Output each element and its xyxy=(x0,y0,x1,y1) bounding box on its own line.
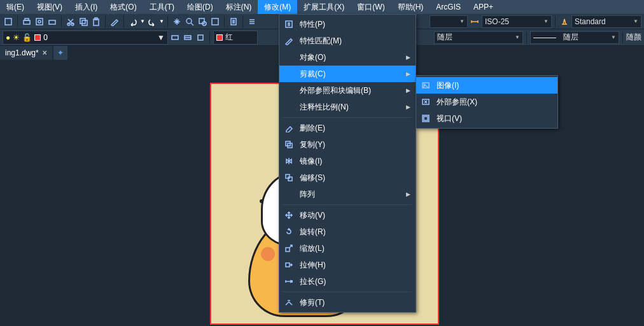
chevron-right-icon: ▶ xyxy=(406,87,410,94)
layer-state-combo[interactable]: ▼ xyxy=(430,15,468,28)
linetype-value: 随层 xyxy=(437,32,452,43)
menu-扩展工具X[interactable]: 扩展工具(X) xyxy=(297,0,351,14)
copy-icon xyxy=(283,139,295,150)
properties-icon xyxy=(283,18,295,30)
match-icon[interactable] xyxy=(109,16,120,27)
close-icon[interactable]: × xyxy=(43,48,47,57)
menuitem-label: 移动(V) xyxy=(300,210,400,221)
zoom-window-icon[interactable] xyxy=(197,16,208,27)
menu-帮助H[interactable]: 帮助(H) xyxy=(391,0,430,14)
menu-视图V[interactable]: 视图(V) xyxy=(31,0,69,14)
menu-插入I[interactable]: 插入(I) xyxy=(69,0,104,14)
paste-icon[interactable] xyxy=(90,16,102,27)
menuitem-特性匹配(M)[interactable]: 特性匹配(M) xyxy=(279,32,416,49)
pan-icon[interactable] xyxy=(171,16,183,27)
menuitem-剪裁(C)[interactable]: 剪裁(C)▶ xyxy=(279,66,416,82)
svg-rect-2 xyxy=(25,18,29,20)
dimstyle-combo[interactable]: ISO-25▼ xyxy=(482,15,552,28)
mirror-icon xyxy=(283,155,295,167)
menuitem-拉伸(H)[interactable]: 拉伸(H) xyxy=(279,257,416,273)
layer-iso-icon[interactable] xyxy=(182,32,193,43)
menu-窗口W[interactable]: 窗口(W) xyxy=(351,0,391,14)
undo-icon[interactable] xyxy=(127,16,139,27)
chevron-right-icon: ▶ xyxy=(406,54,410,60)
lineweight-combo[interactable]: ——— 随层▼ xyxy=(530,31,619,44)
menuitem-偏移(S)[interactable]: 偏移(S) xyxy=(279,169,416,186)
textstyle-value: Standard xyxy=(575,17,606,26)
new-icon[interactable] xyxy=(3,16,14,27)
menu-APP+[interactable]: APP+ xyxy=(467,0,500,14)
erase-icon xyxy=(283,122,295,134)
linetype-combo[interactable]: 随层▼ xyxy=(434,31,523,44)
calc-icon[interactable] xyxy=(228,16,239,27)
menuitem-拉长(G)[interactable]: 拉长(G) xyxy=(279,273,416,290)
submenuitem-图像(I)[interactable]: 图像(I) xyxy=(416,77,557,94)
menuitem-注释性比例(N)[interactable]: 注释性比例(N)▶ xyxy=(279,99,416,115)
submenuitem-label: 图像(I) xyxy=(437,80,542,91)
current-color-combo[interactable]: 红 xyxy=(213,31,258,45)
menu-格式O[interactable]: 格式(O) xyxy=(104,0,143,14)
layer-off-icon[interactable] xyxy=(195,32,206,43)
print-icon[interactable] xyxy=(21,16,32,27)
menuitem-特性(P)[interactable]: 特性(P) xyxy=(279,16,416,32)
layer-combo[interactable]: ● ☀ 🔓 0 ▼ xyxy=(3,31,168,45)
layer-name: 0 xyxy=(43,33,155,42)
svg-rect-19 xyxy=(198,35,203,40)
svg-point-4 xyxy=(38,20,41,23)
menu-工具T[interactable]: 工具(T) xyxy=(143,0,181,14)
chevron-right-icon: ▶ xyxy=(406,71,410,77)
menuitem-删除(E)[interactable]: 删除(E) xyxy=(279,120,416,136)
zoom-extents-icon[interactable] xyxy=(209,16,221,27)
preview-icon[interactable] xyxy=(34,16,45,27)
menuitem-阵列[interactable]: 阵列▶ xyxy=(279,186,416,202)
blank-icon xyxy=(283,188,295,200)
chevron-right-icon: ▶ xyxy=(406,191,410,197)
svg-rect-13 xyxy=(199,18,204,24)
svg-rect-9 xyxy=(82,20,87,25)
menu-标注N[interactable]: 标注(N) xyxy=(220,0,258,14)
dimstyle-icon[interactable] xyxy=(469,16,480,27)
publish-icon[interactable] xyxy=(46,16,58,27)
new-tab-button[interactable]: ✦ xyxy=(53,46,67,60)
scale-icon xyxy=(283,243,295,254)
textstyle-icon[interactable] xyxy=(559,16,570,27)
zoom-icon[interactable] xyxy=(184,16,195,27)
menuitem-镜像(I)[interactable]: 镜像(I) xyxy=(279,153,416,169)
menuitem-移动(V)[interactable]: 移动(V) xyxy=(279,207,416,223)
submenuitem-外部参照(X)[interactable]: 外部参照(X) xyxy=(416,94,557,110)
blank-icon xyxy=(283,101,295,113)
svg-rect-25 xyxy=(286,248,290,252)
tab-active[interactable]: ing1.dwg* × xyxy=(0,46,52,60)
redo-icon[interactable] xyxy=(146,16,158,27)
cut-icon[interactable] xyxy=(65,16,76,27)
clip-submenu: 图像(I)外部参照(X)视口(V) xyxy=(416,75,558,129)
menuitem-label: 对象(O) xyxy=(300,52,400,63)
textstyle-combo[interactable]: Standard▼ xyxy=(571,15,641,28)
menuitem-旋转(R)[interactable]: 旋转(R) xyxy=(279,223,416,240)
xref-icon xyxy=(420,96,431,108)
menu-辑E[interactable]: 辑(E) xyxy=(0,0,31,14)
copy-icon[interactable] xyxy=(78,16,89,27)
layer-tools xyxy=(169,32,206,43)
main-menubar: 辑(E)视图(V)插入(I)格式(O)工具(T)绘图(D)标注(N)修改(M)扩… xyxy=(0,0,644,14)
list-icon[interactable] xyxy=(246,16,258,27)
svg-rect-17 xyxy=(172,36,178,39)
menuitem-复制(Y)[interactable]: 复制(Y) xyxy=(279,136,416,153)
menu-ArcGIS[interactable]: ArcGIS xyxy=(430,0,467,14)
menuitem-label: 偏移(S) xyxy=(300,173,400,183)
menu-修改M[interactable]: 修改(M) xyxy=(258,0,297,14)
modify-menu: 特性(P)特性匹配(M)对象(O)▶剪裁(C)▶外部参照和块编辑(B)▶注释性比… xyxy=(279,14,416,313)
submenuitem-视口(V)[interactable]: 视口(V) xyxy=(416,110,557,127)
svg-rect-3 xyxy=(36,18,43,25)
blank-icon xyxy=(283,68,295,80)
menuitem-外部参照和块编辑(B)[interactable]: 外部参照和块编辑(B)▶ xyxy=(279,82,416,99)
menu-绘图D[interactable]: 绘图(D) xyxy=(181,0,220,14)
svg-rect-23 xyxy=(286,174,290,178)
blank-icon xyxy=(283,85,295,96)
lengthen-icon xyxy=(283,276,295,287)
menuitem-缩放(L)[interactable]: 缩放(L) xyxy=(279,240,416,257)
svg-rect-31 xyxy=(424,117,428,120)
menuitem-修剪(T)[interactable]: 修剪(T) xyxy=(279,294,416,311)
layer-prev-icon[interactable] xyxy=(169,32,181,43)
menuitem-对象(O)[interactable]: 对象(O)▶ xyxy=(279,49,416,66)
